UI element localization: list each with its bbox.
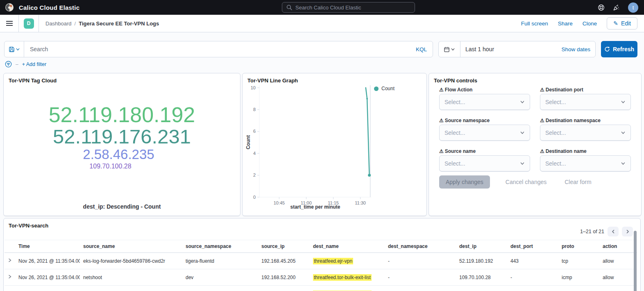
warning-icon: ⚠ bbox=[540, 118, 544, 123]
next-page-button[interactable] bbox=[622, 227, 633, 236]
clone-link[interactable]: Clone bbox=[583, 20, 597, 27]
y-axis-title: Count bbox=[245, 118, 251, 167]
dest-name-highlight: threatfeed.ejr-vpn bbox=[313, 258, 353, 264]
cell-time: Nov 26, 2021 @ 11:35:04.000 bbox=[15, 269, 80, 286]
panel-title: Tor-VPN Tag Cloud bbox=[9, 77, 57, 84]
cell-dest_port: - bbox=[507, 269, 558, 286]
warning-icon: ⚠ bbox=[439, 87, 444, 92]
cell-source_namespace: tigera-fluentd bbox=[182, 253, 258, 269]
full-screen-link[interactable]: Full screen bbox=[521, 20, 548, 27]
tag-cloud-term[interactable]: 2.58.46.235 bbox=[83, 148, 154, 162]
column-header-dest_name: dest_name bbox=[310, 240, 385, 253]
source-namespace-select[interactable]: Select... bbox=[439, 125, 530, 141]
svg-text:6: 6 bbox=[253, 129, 256, 134]
previous-page-button[interactable] bbox=[608, 227, 619, 236]
search-results-panel: Tor-VPN-search 1–21 of 21 Timesource_nam… bbox=[3, 218, 641, 291]
flow-action-select[interactable]: Select... bbox=[439, 94, 530, 110]
source-name-select[interactable]: Select... bbox=[439, 155, 530, 172]
column-header-source_namespace: source_namespace bbox=[182, 240, 258, 253]
panel-title: Tor-VPN-search bbox=[9, 223, 48, 229]
edit-button[interactable]: ✎ Edit bbox=[607, 17, 637, 30]
cell-dest_namespace: - bbox=[385, 286, 456, 291]
newsfeed-icon[interactable] bbox=[613, 4, 620, 11]
calendar-icon bbox=[444, 46, 450, 52]
destination-name-select[interactable]: Select... bbox=[540, 155, 631, 172]
column-header-time: Time bbox=[15, 240, 80, 253]
cell-source_namespace: dev bbox=[182, 286, 258, 291]
expand-row-button[interactable] bbox=[5, 253, 15, 269]
chevron-right-icon bbox=[7, 274, 12, 279]
destination-port-select[interactable]: Select... bbox=[540, 94, 631, 110]
tag-cloud: 52.119.180.19252.119.176.2312.58.46.2351… bbox=[4, 104, 240, 170]
cell-dest_port: - bbox=[507, 286, 558, 291]
quick-select-menu-button[interactable] bbox=[439, 41, 460, 57]
filter-icon[interactable] bbox=[5, 61, 12, 68]
expand-column-header bbox=[5, 240, 15, 253]
refresh-button[interactable]: Refresh bbox=[601, 41, 637, 57]
saved-query-menu-button[interactable] bbox=[5, 41, 24, 57]
cancel-changes-button[interactable]: Cancel changes bbox=[503, 178, 549, 186]
chevron-down-icon bbox=[621, 130, 626, 135]
time-range-value[interactable]: Last 1 hour bbox=[465, 46, 494, 52]
breadcrumb: Dashboard / Tigera Secure EE Tor-VPN Log… bbox=[45, 20, 159, 27]
column-header-dest_namespace: dest_namespace bbox=[385, 240, 456, 253]
select-placeholder: Select... bbox=[444, 130, 465, 136]
query-placeholder: Search bbox=[30, 46, 48, 52]
column-header-source_name: source_name bbox=[80, 240, 182, 253]
column-header-dest_port: dest_port bbox=[507, 240, 558, 253]
global-search-input[interactable]: Search Calico Cloud Elastic bbox=[282, 2, 415, 13]
add-filter-button[interactable]: + Add filter bbox=[22, 61, 46, 67]
avatar-initial: t bbox=[633, 5, 634, 11]
chevron-down-icon bbox=[621, 161, 626, 166]
top-app-bar: Calico Cloud Elastic Search Calico Cloud… bbox=[0, 0, 644, 15]
x-axis-title: start_time per minute bbox=[259, 204, 371, 210]
destination-namespace-select[interactable]: Select... bbox=[540, 125, 631, 141]
app-brand: Calico Cloud Elastic bbox=[5, 0, 79, 15]
cell-dest_ip: 109.70.100.28 bbox=[456, 269, 507, 286]
date-picker[interactable]: Last 1 hour Show dates bbox=[438, 41, 596, 57]
line-graph-panel: Tor-VPN Line Graph 024681010:4511:0011:1… bbox=[242, 73, 427, 216]
kql-search-input[interactable]: Search KQL bbox=[4, 41, 433, 57]
cell-proto: tcp bbox=[558, 253, 599, 269]
control-field: ⚠Destination namespaceSelect... bbox=[540, 117, 631, 141]
cell-dest_name: threatfeed.ejr-vpn bbox=[310, 253, 385, 269]
table-row: Nov 26, 2021 @ 11:35:04.000eks-log-forwa… bbox=[5, 253, 637, 269]
cell-source_ip: 192.168.52.200 bbox=[258, 286, 310, 291]
help-icon[interactable] bbox=[598, 4, 605, 11]
line-chart: 024681010:4511:0011:1511:30 bbox=[243, 73, 426, 216]
control-field-label: ⚠Flow Action bbox=[439, 86, 530, 93]
space-avatar-wrap: D bbox=[19, 15, 39, 32]
menu-button[interactable] bbox=[0, 15, 19, 32]
tag-cloud-term[interactable]: 52.119.176.231 bbox=[53, 126, 191, 148]
edit-button-label: Edit bbox=[621, 20, 631, 27]
cell-dest_ip: 109.70.100.28 bbox=[456, 286, 507, 291]
svg-text:10: 10 bbox=[251, 85, 256, 90]
select-placeholder: Select... bbox=[545, 130, 566, 136]
chart-legend[interactable]: Count bbox=[374, 86, 395, 91]
expand-row-button[interactable] bbox=[5, 269, 15, 286]
table-row: Nov 26, 2021 @ 11:34:54.000netshootdev19… bbox=[5, 286, 637, 291]
cell-dest_port: 443 bbox=[507, 253, 558, 269]
tag-cloud-term[interactable]: 52.119.180.192 bbox=[49, 104, 195, 126]
show-dates-button[interactable]: Show dates bbox=[561, 46, 595, 52]
table-scrollbar[interactable] bbox=[634, 231, 637, 291]
cell-source_name: netshoot bbox=[80, 286, 182, 291]
saved-query-icon bbox=[9, 46, 15, 52]
breadcrumb-dashboard[interactable]: Dashboard bbox=[45, 20, 72, 27]
select-placeholder: Select... bbox=[545, 160, 566, 167]
apply-changes-button[interactable]: Apply changes bbox=[439, 175, 490, 189]
breadcrumb-bar: D Dashboard / Tigera Secure EE Tor-VPN L… bbox=[0, 15, 644, 32]
expand-row-button[interactable] bbox=[5, 286, 15, 291]
kibana-dashboard: Calico Cloud Elastic Search Calico Cloud… bbox=[0, 0, 644, 291]
tag-cloud-term[interactable]: 109.70.100.28 bbox=[89, 163, 131, 170]
kql-language-button[interactable]: KQL bbox=[416, 46, 433, 52]
clear-form-button[interactable]: Clear form bbox=[562, 178, 594, 186]
svg-text:8: 8 bbox=[253, 107, 256, 112]
share-link[interactable]: Share bbox=[558, 20, 573, 27]
user-avatar[interactable]: t bbox=[628, 2, 638, 13]
cell-dest_name: threatfeed.tor-bulk-exit-list bbox=[310, 286, 385, 291]
chevron-right-icon bbox=[625, 229, 630, 234]
warning-icon: ⚠ bbox=[439, 118, 444, 123]
top-bar-actions: t bbox=[598, 0, 638, 15]
space-avatar-badge[interactable]: D bbox=[24, 18, 34, 29]
